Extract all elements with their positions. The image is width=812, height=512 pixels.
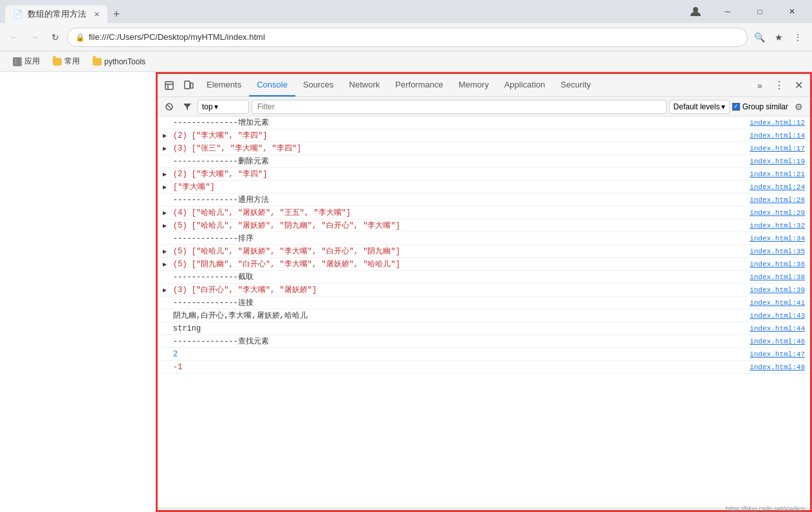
row-file-link[interactable]: index.html:36 [750, 261, 805, 268]
new-tab-button[interactable]: + [107, 5, 125, 23]
row-file-link[interactable]: index.html:21 [750, 170, 805, 178]
row-file-link[interactable]: index.html:26 [750, 196, 805, 204]
row-file-link[interactable]: index.html:46 [750, 338, 805, 345]
levels-selector[interactable]: Default levels ▾ [669, 100, 730, 114]
tab-sources[interactable]: Sources [295, 74, 342, 96]
device-toolbar-button[interactable] [180, 77, 198, 95]
tab-memory[interactable]: Memory [451, 74, 497, 96]
expand-arrow-icon[interactable]: ▶ [163, 145, 171, 152]
row-text: (5) ["哈哈儿", "屠妖娇", "李大嘴", "白开心", "阴九幽"] [173, 246, 400, 257]
row-content: --------------连接 [163, 297, 750, 308]
row-file-link[interactable]: index.html:12 [750, 119, 805, 127]
bookmark-button[interactable]: ★ [770, 28, 788, 46]
tab-performance[interactable]: Performance [387, 74, 450, 96]
row-content: string [163, 324, 750, 333]
devtools-panel: Elements Console Sources Network Perform… [158, 72, 812, 512]
bookmark-python[interactable]: pythonTools [88, 55, 151, 69]
devtools-settings-button[interactable]: ⋮ [770, 77, 788, 95]
row-content: --------------增加元素 [163, 117, 750, 128]
row-file-link[interactable]: index.html:48 [750, 363, 805, 371]
console-row: --------------排序index.html:34 [158, 232, 810, 245]
row-file-link[interactable]: index.html:14 [750, 132, 805, 140]
profile-button[interactable] [681, 0, 710, 23]
filter-icon[interactable] [180, 99, 195, 114]
row-file-link[interactable]: index.html:39 [750, 286, 805, 294]
tab-console[interactable]: Console [249, 74, 295, 96]
row-file-link[interactable]: index.html:29 [750, 209, 805, 217]
row-content: ▶(3) ["张三", "李大嘴", "李四"] [163, 143, 750, 154]
url-bar[interactable]: 🔒 file:///C:/Users/PC/Desktop/myHTML/ind… [67, 28, 748, 47]
expand-arrow-icon[interactable]: ▶ [163, 222, 171, 230]
expand-arrow-icon[interactable]: ▶ [163, 248, 171, 255]
row-file-link[interactable]: index.html:17 [750, 145, 805, 152]
maximize-button[interactable]: □ [745, 0, 775, 23]
clear-console-button[interactable] [161, 99, 177, 114]
console-row: --------------连接index.html:41 [158, 297, 810, 309]
context-selector[interactable]: top ▾ [198, 100, 249, 114]
tab-security[interactable]: Security [553, 74, 598, 96]
chevron-down-icon: ▾ [214, 102, 218, 111]
console-row: -1index.html:48 [158, 361, 810, 374]
expand-arrow-icon[interactable]: ▶ [163, 286, 171, 294]
more-tabs-button[interactable]: » [751, 77, 769, 95]
row-file-link[interactable]: index.html:41 [750, 299, 805, 307]
filter-input[interactable] [252, 100, 667, 114]
tab-network[interactable]: Network [342, 74, 388, 96]
row-content: 阴九幽,白开心,李大嘴,屠妖娇,哈哈儿 [163, 310, 750, 321]
row-text: string [173, 324, 201, 333]
row-file-link[interactable]: index.html:19 [750, 158, 805, 165]
row-text: (3) ["白开心", "李大嘴", "屠妖娇"] [173, 284, 317, 295]
address-actions: 🔍 ★ ⋮ [750, 28, 807, 46]
row-file-link[interactable]: index.html:44 [750, 325, 805, 333]
inspect-element-button[interactable] [160, 77, 178, 95]
bookmark-apps[interactable]: ⋮⋮ 应用 [8, 53, 45, 69]
expand-arrow-icon[interactable]: ▶ [163, 183, 171, 191]
tab-bar: 📄 数组的常用方法 ✕ + [5, 0, 125, 23]
back-button[interactable]: ← [5, 28, 23, 46]
console-settings-button[interactable]: ⚙ [791, 99, 806, 114]
expand-arrow-icon[interactable]: ▶ [163, 170, 171, 178]
row-file-link[interactable]: index.html:38 [750, 273, 805, 281]
group-similar-checkbox[interactable] [732, 103, 740, 111]
row-text: --------------通用方法 [173, 194, 269, 205]
row-file-link[interactable]: index.html:32 [750, 222, 805, 230]
group-similar-toggle[interactable]: Group similar [732, 102, 788, 111]
forward-button[interactable]: → [26, 28, 44, 46]
row-file-link[interactable]: index.html:35 [750, 248, 805, 255]
row-content: --------------查找元素 [163, 336, 750, 347]
bookmark-common[interactable]: 常用 [48, 53, 85, 69]
refresh-button[interactable]: ↻ [46, 28, 64, 46]
bookmark-common-label: 常用 [64, 56, 80, 67]
console-row: ▶(5) ["哈哈儿", "屠妖娇", "李大嘴", "白开心", "阴九幽"]… [158, 245, 810, 258]
console-row: ▶(2) ["李大嘴", "李四"]index.html:21 [158, 168, 810, 181]
expand-arrow-icon[interactable]: ▶ [163, 261, 171, 268]
row-text: -1 [173, 363, 182, 372]
row-text: --------------连接 [173, 297, 254, 308]
row-file-link[interactable]: index.html:34 [750, 235, 805, 242]
row-text: (4) ["哈哈儿", "屠妖娇", "王五", "李大嘴"] [173, 207, 351, 218]
console-row: stringindex.html:44 [158, 322, 810, 335]
minimize-button[interactable]: ─ [713, 0, 743, 23]
row-file-link[interactable]: index.html:43 [750, 312, 805, 320]
search-button[interactable]: 🔍 [750, 28, 768, 46]
expand-arrow-icon[interactable]: ▶ [163, 132, 171, 140]
expand-arrow-icon[interactable]: ▶ [163, 209, 171, 217]
address-bar: ← → ↻ 🔒 file:///C:/Users/PC/Desktop/myHT… [0, 23, 812, 51]
url-text: file:///C:/Users/PC/Desktop/myHTML/index… [89, 32, 265, 42]
svg-line-8 [167, 105, 171, 109]
row-file-link[interactable]: index.html:24 [750, 183, 805, 191]
browser-tab[interactable]: 📄 数组的常用方法 ✕ [5, 5, 107, 23]
console-row: ▶(4) ["哈哈儿", "屠妖娇", "王五", "李大嘴"]index.ht… [158, 206, 810, 219]
console-row: 2index.html:47 [158, 348, 810, 361]
row-file-link[interactable]: index.html:47 [750, 351, 805, 358]
close-button[interactable]: ✕ [777, 0, 807, 23]
tab-close-button[interactable]: ✕ [94, 10, 100, 19]
tab-application[interactable]: Application [497, 74, 553, 96]
devtools-close-button[interactable]: ✕ [789, 77, 807, 95]
more-button[interactable]: ⋮ [789, 28, 807, 46]
folder-icon [53, 58, 62, 66]
tab-elements[interactable]: Elements [199, 74, 249, 96]
row-content: ▶(4) ["哈哈儿", "屠妖娇", "王五", "李大嘴"] [163, 207, 750, 218]
console-row: ▶["李大嘴"]index.html:24 [158, 181, 810, 194]
console-row: --------------增加元素index.html:12 [158, 116, 810, 129]
